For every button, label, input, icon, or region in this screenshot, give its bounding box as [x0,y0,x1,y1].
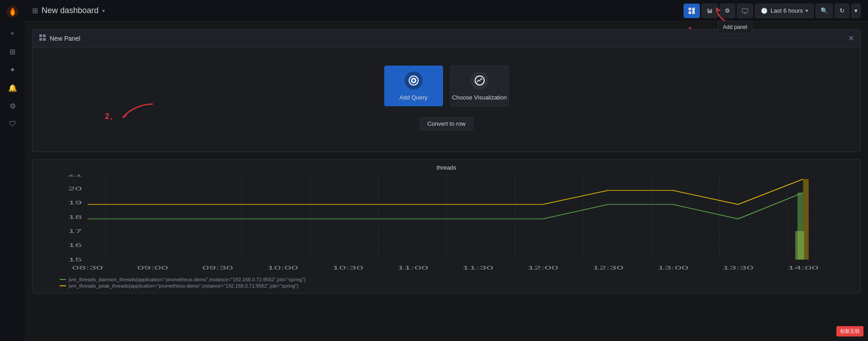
time-range-dropdown-icon: ▾ [806,8,808,13]
choose-viz-label: Choose Visualization [452,94,507,101]
save-dashboard-button[interactable] [702,4,718,18]
svg-text:20: 20 [68,186,82,191]
add-query-button[interactable]: Add Query [384,66,443,106]
svg-text:16: 16 [68,242,82,248]
svg-text:15: 15 [68,257,82,262]
shield-nav-icon[interactable]: 🛡 [5,116,21,132]
choose-viz-icon [471,71,489,90]
new-panel-container: New Panel ✕ Add Query [32,29,861,152]
search-button[interactable]: 🔍 [816,4,833,18]
settings-nav-icon[interactable]: ⚙ [5,98,21,114]
svg-rect-1 [689,8,691,10]
watermark: 创新互联 [836,326,863,336]
dashboards-nav-icon[interactable]: ⊞ [5,43,21,60]
dashboard-grid-icon: ⊞ [32,6,38,15]
svg-text:09:30: 09:30 [202,265,233,270]
add-panel-button[interactable] [684,4,700,18]
add-query-label: Add Query [399,94,427,101]
main-content: ⊞ New dashboard ▾ ⚙ [25,0,868,341]
clock-icon: 🕐 [761,8,768,14]
svg-text:11:30: 11:30 [462,265,493,270]
svg-text:17: 17 [68,228,82,234]
topbar: ⊞ New dashboard ▾ ⚙ [25,0,868,22]
svg-rect-3 [689,11,691,14]
annotation-label-2: 2、 [105,111,118,122]
chart-title: threads [37,164,856,171]
topbar-actions: ⚙ 🕐 Last 6 hours ▾ 🔍 ↻ ▾ [684,4,861,18]
svg-text:11:00: 11:00 [397,265,428,270]
chart-legend: jvm_threads_daemon_threads{application="… [37,277,856,289]
dashboard-title-area: ⊞ New dashboard ▾ [32,6,105,15]
legend-color-peak [60,285,66,286]
svg-point-12 [412,79,415,82]
svg-rect-9 [43,38,46,41]
panel-body: Add Query Choose Visualization Conver [33,47,860,152]
svg-text:10:30: 10:30 [332,265,363,270]
choose-visualization-button[interactable]: Choose Visualization [450,66,509,106]
panel-close-button[interactable]: ✕ [848,35,854,42]
refresh-interval-dropdown[interactable]: ▾ [851,4,861,18]
legend-color-daemon [60,279,66,280]
dashboard-settings-button[interactable]: ⚙ [720,4,735,18]
legend-label-daemon: jvm_threads_daemon_threads{application="… [69,277,306,282]
svg-rect-5 [742,9,748,13]
time-range-picker[interactable]: 🕐 Last 6 hours ▾ [755,4,814,18]
svg-text:12:30: 12:30 [593,265,623,270]
explore-nav-icon[interactable]: ✦ [5,62,21,78]
dashboard-title: New dashboard [42,6,99,15]
svg-rect-8 [39,38,42,41]
add-nav-icon[interactable]: + [5,25,21,42]
svg-text:21: 21 [68,175,82,177]
svg-text:19: 19 [68,200,82,205]
panel-options: Add Query Choose Visualization [384,66,509,106]
refresh-button[interactable]: ↻ [835,4,849,18]
chart-panel: threads 15 16 17 18 19 20 [32,159,861,294]
tv-mode-button[interactable] [737,4,753,18]
chart-svg: 15 16 17 18 19 20 21 08:30 09:00 09:30 1… [37,175,856,274]
arrow-2 [116,99,161,122]
sidebar: + ⊞ ✦ 🔔 ⚙ 🛡 [0,0,25,341]
panel-header-icon [39,34,46,43]
alerting-nav-icon[interactable]: 🔔 [5,80,21,96]
legend-item-daemon: jvm_threads_daemon_threads{application="… [60,277,856,282]
add-panel-tooltip: Add panel [718,21,752,33]
svg-text:13:00: 13:00 [657,265,688,270]
time-range-label: Last 6 hours [770,7,803,14]
dashboard-dropdown-icon[interactable]: ▾ [102,8,105,14]
svg-text:08:30: 08:30 [72,265,103,270]
legend-label-peak: jvm_threads_peak_threads{application="pr… [69,283,298,289]
chart-area: 15 16 17 18 19 20 21 08:30 09:00 09:30 1… [37,175,856,274]
svg-text:13:30: 13:30 [722,265,753,270]
panel-title: New Panel [50,35,80,42]
svg-rect-7 [43,34,46,37]
add-query-icon [405,71,423,90]
svg-rect-6 [39,34,42,37]
svg-text:09:00: 09:00 [137,265,168,270]
svg-rect-14 [88,175,856,260]
svg-text:14:00: 14:00 [788,265,818,270]
logo[interactable] [5,4,21,20]
legend-item-peak: jvm_threads_peak_threads{application="pr… [60,283,856,289]
svg-rect-36 [795,231,804,260]
dashboard-area: New Panel ✕ Add Query [25,22,868,341]
svg-text:12:00: 12:00 [528,265,558,270]
refresh-icon: ↻ [840,7,844,14]
svg-text:18: 18 [68,214,82,220]
convert-to-row-button[interactable]: Convert to row [420,117,473,130]
svg-text:10:00: 10:00 [267,265,298,270]
